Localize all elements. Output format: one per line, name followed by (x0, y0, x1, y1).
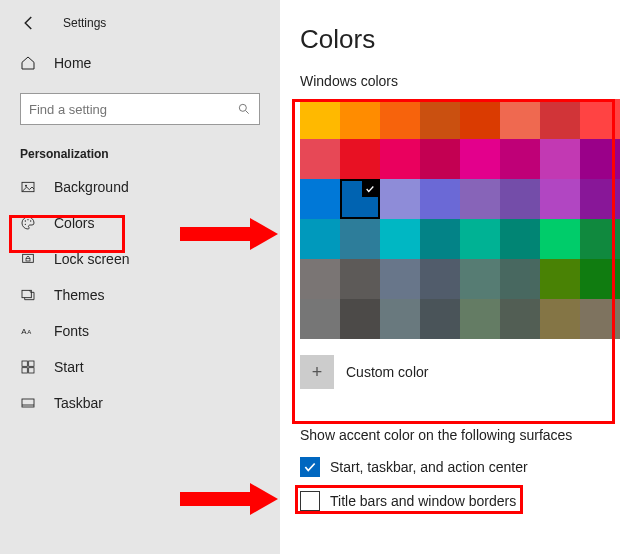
color-swatch[interactable] (340, 259, 380, 299)
color-swatch[interactable] (420, 299, 460, 339)
color-swatch[interactable] (340, 99, 380, 139)
color-swatch[interactable] (540, 179, 580, 219)
search-box[interactable] (20, 93, 260, 125)
nav-home[interactable]: Home (0, 45, 280, 81)
color-swatch[interactable] (500, 99, 540, 139)
checkbox-start-taskbar[interactable]: Start, taskbar, and action center (300, 457, 620, 477)
sidebar-item-start[interactable]: Start (0, 349, 280, 385)
color-swatch[interactable] (380, 299, 420, 339)
color-swatch[interactable] (300, 219, 340, 259)
search-icon (237, 102, 251, 116)
sidebar-item-colors[interactable]: Colors (0, 205, 280, 241)
color-swatch[interactable] (500, 299, 540, 339)
sidebar-item-fonts[interactable]: AA Fonts (0, 313, 280, 349)
color-swatch[interactable] (300, 139, 340, 179)
color-swatch[interactable] (460, 259, 500, 299)
color-swatch-grid (300, 99, 620, 339)
back-icon[interactable] (20, 14, 38, 32)
nav-label: Background (54, 179, 129, 195)
color-swatch[interactable] (460, 139, 500, 179)
check-icon (362, 181, 378, 197)
checkbox-icon[interactable] (300, 491, 320, 511)
color-swatch[interactable] (300, 299, 340, 339)
plus-icon[interactable]: + (300, 355, 334, 389)
home-icon (20, 55, 36, 71)
nav-label: Themes (54, 287, 105, 303)
sidebar-section-label: Personalization (20, 147, 280, 161)
color-swatch[interactable] (420, 179, 460, 219)
accent-heading: Show accent color on the following surfa… (300, 427, 620, 443)
color-swatch[interactable] (420, 259, 460, 299)
nav-label: Fonts (54, 323, 89, 339)
svg-point-5 (27, 219, 28, 220)
color-swatch[interactable] (500, 139, 540, 179)
topbar: Settings (0, 0, 280, 45)
color-swatch[interactable] (540, 139, 580, 179)
color-swatch[interactable] (340, 299, 380, 339)
color-swatch[interactable] (420, 139, 460, 179)
svg-text:A: A (21, 327, 27, 336)
sidebar-item-taskbar[interactable]: Taskbar (0, 385, 280, 421)
svg-point-4 (25, 220, 26, 221)
svg-text:A: A (27, 329, 31, 335)
main: Colors Windows colors + Custom color Sho… (280, 0, 620, 554)
color-swatch[interactable] (500, 179, 540, 219)
checkbox-icon[interactable] (300, 457, 320, 477)
nav-label: Taskbar (54, 395, 103, 411)
color-swatch[interactable] (580, 99, 620, 139)
color-swatch[interactable] (580, 219, 620, 259)
color-swatch[interactable] (380, 259, 420, 299)
sidebar-item-background[interactable]: Background (0, 169, 280, 205)
color-swatch[interactable] (460, 99, 500, 139)
color-swatch[interactable] (380, 139, 420, 179)
color-swatch[interactable] (580, 259, 620, 299)
color-swatch[interactable] (460, 179, 500, 219)
svg-rect-15 (22, 368, 27, 373)
svg-point-0 (239, 104, 246, 111)
color-swatch[interactable] (460, 299, 500, 339)
taskbar-icon (20, 395, 36, 411)
color-swatch[interactable] (500, 219, 540, 259)
search-input[interactable] (21, 102, 259, 117)
color-swatch[interactable] (420, 99, 460, 139)
sidebar-item-lockscreen[interactable]: Lock screen (0, 241, 280, 277)
color-swatch[interactable] (340, 179, 380, 219)
color-swatch[interactable] (580, 299, 620, 339)
svg-rect-16 (29, 368, 34, 373)
page-title: Colors (300, 24, 620, 55)
color-swatch[interactable] (300, 179, 340, 219)
color-swatch[interactable] (340, 219, 380, 259)
color-swatch[interactable] (540, 99, 580, 139)
color-swatch[interactable] (540, 259, 580, 299)
fonts-icon: AA (20, 323, 36, 339)
color-swatch[interactable] (540, 299, 580, 339)
nav-label: Lock screen (54, 251, 129, 267)
svg-point-7 (25, 224, 26, 225)
window-title: Settings (63, 16, 106, 30)
color-swatch[interactable] (460, 219, 500, 259)
color-swatch[interactable] (580, 139, 620, 179)
color-swatch[interactable] (580, 179, 620, 219)
custom-color-label: Custom color (346, 364, 428, 380)
nav-label: Colors (54, 215, 94, 231)
checkbox-titlebars[interactable]: Title bars and window borders (300, 491, 620, 511)
sidebar-item-themes[interactable]: Themes (0, 277, 280, 313)
color-swatch[interactable] (300, 99, 340, 139)
color-swatch[interactable] (380, 179, 420, 219)
palette-icon (20, 215, 36, 231)
sidebar: Settings Home Personalization Background… (0, 0, 280, 554)
custom-color-row[interactable]: + Custom color (300, 355, 620, 389)
color-swatch[interactable] (500, 259, 540, 299)
svg-rect-17 (22, 399, 34, 407)
svg-rect-9 (26, 258, 30, 261)
svg-rect-14 (29, 361, 34, 366)
color-swatch[interactable] (540, 219, 580, 259)
start-icon (20, 359, 36, 375)
color-swatch[interactable] (300, 259, 340, 299)
color-swatch[interactable] (380, 219, 420, 259)
picture-icon (20, 179, 36, 195)
checkbox-label: Title bars and window borders (330, 493, 516, 509)
color-swatch[interactable] (340, 139, 380, 179)
color-swatch[interactable] (420, 219, 460, 259)
color-swatch[interactable] (380, 99, 420, 139)
